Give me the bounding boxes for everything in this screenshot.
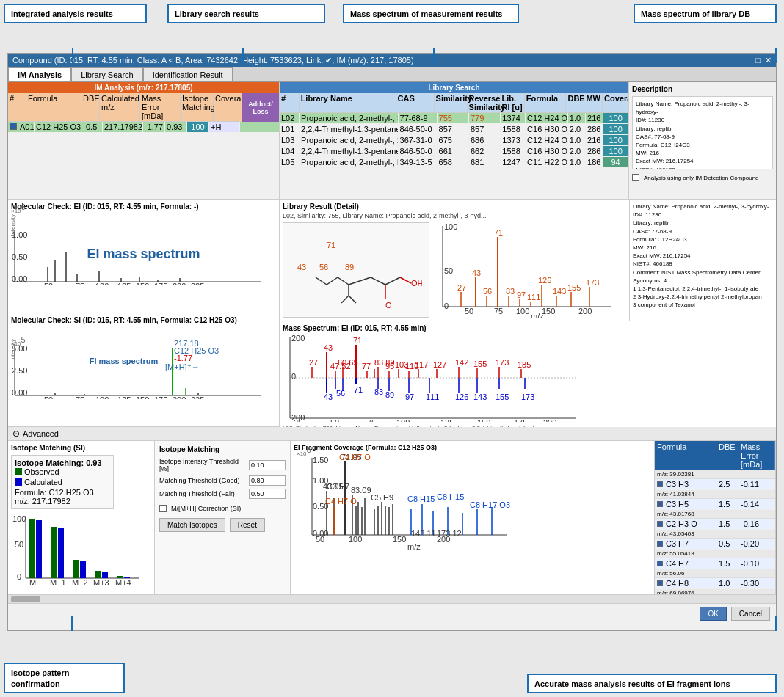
lib-row-0[interactable]: L02 Propanoic acid, 2-methyl-, 3-l 77-68…: [280, 113, 628, 124]
fi-spectrum-panel: Molecular Check: SI (ID: 015, RT: 4.55 m…: [8, 313, 279, 427]
mass-spectrum-title: Mass Spectrum: EI (ID: 015, RT: 4.55 min…: [283, 324, 773, 332]
svg-text:155: 155: [496, 393, 509, 401]
im-detection-checkbox-row[interactable]: Analysis using only IM Detection Compoun…: [632, 174, 773, 181]
good-input[interactable]: [249, 475, 286, 486]
svg-text:0: 0: [291, 372, 296, 381]
svg-line-62: [349, 296, 356, 303]
svg-text:27: 27: [457, 283, 466, 292]
threshold-label: Isotope Intensity Threshold [%]: [159, 458, 246, 472]
match-isotopes-button[interactable]: Match Isotopes: [159, 518, 225, 532]
svg-text:2.50: 2.50: [12, 366, 27, 375]
im-data-row-0[interactable]: A01 C12 H25 O3 0.5 217.17982 -1.77 0.93 …: [8, 122, 279, 133]
library-result-header: Library Result (Detail): [283, 202, 626, 211]
ei-row-5[interactable]: C4 H8 1.0 -0.30: [655, 578, 775, 589]
cancel-button[interactable]: Cancel: [731, 607, 770, 621]
row-adduct: +H: [209, 122, 240, 132]
tab-im-analysis[interactable]: IM Analysis: [8, 67, 71, 81]
tab-library-search[interactable]: Library Search: [71, 67, 143, 81]
im-detection-checkbox[interactable]: [632, 174, 639, 181]
svg-text:43: 43: [472, 269, 481, 277]
lib-col-dbe: DBE: [566, 93, 584, 113]
svg-rect-169: [29, 519, 35, 578]
svg-text:M: M: [29, 578, 36, 587]
svg-text:0: 0: [444, 302, 449, 310]
svg-text:C4 H7 O: C4 H7 O: [325, 497, 357, 506]
svg-text:50: 50: [444, 266, 453, 275]
svg-text:117: 117: [415, 360, 428, 369]
top-section: IM Analysis (m/z: 217.17805) # Formula D…: [8, 82, 776, 200]
threshold-input[interactable]: [249, 460, 286, 470]
svg-text:97: 97: [517, 291, 526, 299]
advanced-label: Advanced: [23, 429, 59, 438]
svg-text:OH: OH: [411, 279, 422, 288]
lib-row-3[interactable]: L04 2,2,4-Trimethyl-1,3-pentanedi 846-50…: [280, 146, 628, 157]
svg-text:O: O: [385, 301, 392, 310]
svg-text:175: 175: [514, 418, 527, 422]
ok-button[interactable]: OK: [700, 607, 726, 621]
lib-col-formula: Formula: [525, 93, 567, 113]
svg-text:71: 71: [353, 336, 362, 345]
good-label: Matching Threshold (Good): [159, 477, 246, 484]
row-calc-mz: 217.17982: [103, 122, 143, 132]
svg-text:125: 125: [440, 418, 454, 422]
lib-row-4[interactable]: L05 Propanoic acid, 2-methyl-, he 349-13…: [280, 157, 628, 168]
callout-line-bottom-1: [71, 616, 73, 631]
ei-row-1[interactable]: C3 H5 1.5 -0.14: [655, 499, 775, 510]
fi-spectrum-title: Molecular Check: SI (ID: 015, RT: 4.55 m…: [11, 316, 276, 324]
legend-mz: m/z: 217.17982: [15, 497, 110, 506]
svg-text:C8 H17 O3: C8 H17 O3: [470, 500, 510, 509]
svg-text:56: 56: [483, 287, 492, 296]
ei-row-2[interactable]: C2 H3 O 1.5 -0.16: [655, 519, 775, 530]
library-search-header: Library Search: [280, 82, 628, 93]
col-coverage: Coverage: [214, 93, 239, 122]
svg-text:C8 H15: C8 H15: [407, 495, 435, 503]
minimize-icon[interactable]: □: [755, 56, 761, 65]
correction-checkbox[interactable]: [159, 505, 167, 512]
annotation-library-search: Library search results: [167, 4, 325, 23]
mass-spectrum-comparison: Mass Spectrum: EI (ID: 015, RT: 4.55 min…: [280, 321, 776, 434]
lib-row-1[interactable]: L01 2,2,4-Trimethyl-1,3-pentanedi 846-50…: [280, 124, 628, 135]
annotation-mass-spectrum-db: Mass spectrum of library DB: [634, 4, 777, 23]
reset-button[interactable]: Reset: [230, 518, 265, 532]
svg-text:200: 200: [173, 282, 186, 285]
svg-line-61: [341, 296, 349, 303]
ei-row-3[interactable]: C3 H7 0.5 -0.20: [655, 539, 775, 550]
svg-text:127: 127: [433, 360, 446, 369]
ei-row-0[interactable]: C3 H3 2.5 -0.11: [655, 479, 775, 490]
annotation-mass-spectrum: Mass spectrum of measurement results: [343, 4, 519, 23]
advanced-header: ⊙ Advanced: [8, 427, 776, 441]
close-icon[interactable]: ✕: [765, 56, 772, 65]
svg-text:89: 89: [345, 263, 354, 271]
advanced-chevron-icon[interactable]: ⊙: [12, 428, 20, 439]
fair-input[interactable]: [249, 489, 286, 499]
tab-identification-result[interactable]: Identification Result: [143, 67, 233, 81]
ei-spectrum-title: Molecular Check: EI (ID: 015, RT: 4.55 m…: [11, 202, 276, 211]
svg-text:143.11: 143.11: [411, 529, 436, 538]
library-result-detail: Library Result (Detail) L02, Similarity:…: [280, 200, 776, 321]
library-info-panel: Library Name: Propanoic acid, 2-methyl-,…: [629, 200, 776, 321]
svg-line-51: [371, 277, 385, 285]
horizontal-scrollbar[interactable]: [8, 594, 776, 603]
lib-col-cov: Coverage: [603, 93, 628, 113]
ei-col-mass-error: Mass Error [mDa]: [738, 441, 775, 470]
col-mass-error: Mass Error [mDa]: [140, 93, 181, 122]
fi-spectrum-label: FI mass spectrum: [90, 357, 159, 365]
lib-row-2[interactable]: L03 Propanoic acid, 2-methyl-, 2+ 367-31…: [280, 135, 628, 146]
svg-text:M+4: M+4: [115, 578, 131, 587]
lib-col-name: Library Name: [300, 93, 396, 113]
integration-header: Adduct/Loss: [248, 101, 273, 115]
svg-text:C5 H9: C5 H9: [371, 493, 393, 502]
svg-text:125: 125: [117, 395, 131, 399]
ei-spectrum-label: EI mass spectrum: [87, 247, 200, 262]
row-coverage: 100: [187, 122, 209, 132]
svg-text:56: 56: [319, 263, 328, 271]
svg-text:125: 125: [117, 282, 131, 285]
svg-text:173: 173: [496, 358, 509, 367]
svg-line-59: [316, 277, 327, 285]
row-checkbox[interactable]: [8, 122, 18, 132]
ei-row-4[interactable]: C4 H7 1.5 -0.10: [655, 558, 775, 569]
svg-text:173.12: 173.12: [437, 529, 462, 538]
svg-text:50: 50: [44, 395, 53, 399]
svg-text:77: 77: [362, 362, 371, 371]
isotope-matching-chart: Isotope Matching (SI) Isotope Matching: …: [8, 441, 155, 594]
